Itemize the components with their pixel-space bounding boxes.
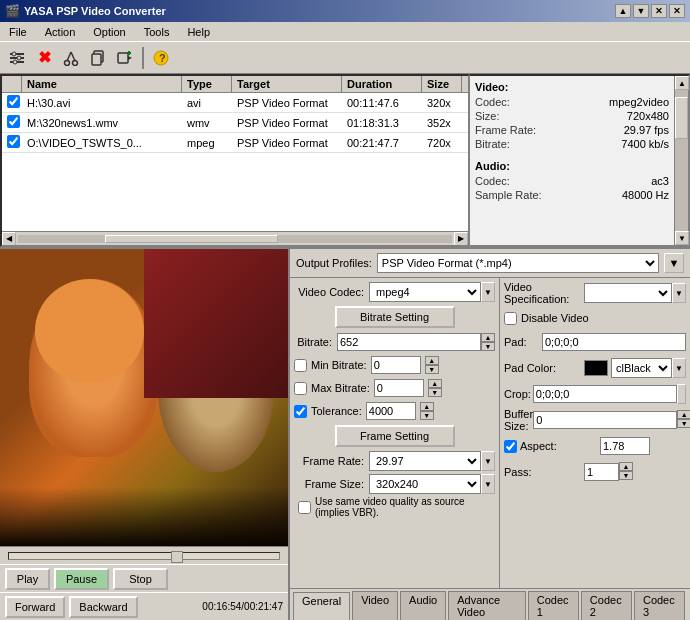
- stop-button[interactable]: Stop: [113, 568, 168, 590]
- min-bitrate-up[interactable]: ▲: [425, 356, 439, 365]
- tab-video[interactable]: Video: [352, 591, 398, 620]
- video-spec-select[interactable]: [584, 283, 672, 303]
- col-target-header[interactable]: Target: [232, 76, 342, 92]
- col-size-header[interactable]: Size: [422, 76, 462, 92]
- bitrate-up[interactable]: ▲: [481, 333, 495, 342]
- buffer-size-down[interactable]: ▼: [677, 419, 690, 428]
- menu-tools[interactable]: Tools: [140, 25, 174, 39]
- vscroll-up-button[interactable]: ▲: [675, 76, 689, 90]
- buffer-size-spinner[interactable]: ▲ ▼: [677, 410, 690, 430]
- disable-video-check[interactable]: [504, 312, 517, 325]
- video-codec-select[interactable]: mpeg4: [369, 282, 481, 302]
- tab-general[interactable]: General: [293, 592, 350, 620]
- min-bitrate-input[interactable]: [371, 356, 421, 374]
- pass-input[interactable]: [584, 463, 619, 481]
- bitrate-down[interactable]: ▼: [481, 342, 495, 351]
- menu-help[interactable]: Help: [183, 25, 214, 39]
- hscroll-thumb[interactable]: [105, 235, 279, 243]
- list-item[interactable]: M:\320news1.wmv wmv PSP Video Format 01:…: [2, 113, 468, 133]
- row3-check[interactable]: [7, 135, 20, 148]
- info-button[interactable]: ?: [149, 46, 173, 70]
- settings-button[interactable]: [5, 46, 29, 70]
- frame-rate-dropdown-btn[interactable]: ▼: [481, 451, 495, 471]
- tolerance-check[interactable]: [294, 405, 307, 418]
- tolerance-input[interactable]: [366, 402, 416, 420]
- close-button[interactable]: ✕: [651, 4, 667, 18]
- tab-audio[interactable]: Audio: [400, 591, 446, 620]
- col-duration-header[interactable]: Duration: [342, 76, 422, 92]
- forward-button[interactable]: Forward: [5, 596, 65, 618]
- pass-spinner[interactable]: ▲ ▼: [619, 462, 633, 482]
- vscroll-down-button[interactable]: ▼: [675, 231, 689, 245]
- max-bitrate-up[interactable]: ▲: [428, 379, 442, 388]
- hscroll-track[interactable]: [18, 235, 452, 243]
- col-name-header[interactable]: Name: [22, 76, 182, 92]
- crop-input[interactable]: [533, 385, 677, 403]
- max-bitrate-check[interactable]: [294, 382, 307, 395]
- horizontal-scrollbar[interactable]: ◀ ▶: [2, 231, 468, 245]
- seek-thumb[interactable]: [171, 551, 183, 563]
- play-button[interactable]: Play: [5, 568, 50, 590]
- backward-button[interactable]: Backward: [69, 596, 137, 618]
- min-bitrate-check[interactable]: [294, 359, 307, 372]
- frame-size-select[interactable]: 320x240: [369, 474, 481, 494]
- menu-action[interactable]: Action: [41, 25, 80, 39]
- cut-button[interactable]: [59, 46, 83, 70]
- row1-check[interactable]: [7, 95, 20, 108]
- list-item[interactable]: H:\30.avi avi PSP Video Format 00:11:47.…: [2, 93, 468, 113]
- frame-setting-button[interactable]: Frame Setting: [335, 425, 455, 447]
- tolerance-down[interactable]: ▼: [420, 411, 434, 420]
- min-bitrate-down[interactable]: ▼: [425, 365, 439, 374]
- aspect-check[interactable]: [504, 440, 517, 453]
- profiles-dropdown-button[interactable]: ▼: [664, 253, 684, 273]
- bitrate-spinner[interactable]: ▲ ▼: [481, 333, 495, 351]
- close-button2[interactable]: ✕: [669, 4, 685, 18]
- output-profiles-select[interactable]: PSP Video Format (*.mp4): [377, 253, 659, 273]
- frame-size-dropdown-btn[interactable]: ▼: [481, 474, 495, 494]
- delete-button[interactable]: ✖: [32, 46, 56, 70]
- tab-codec1[interactable]: Codec 1: [528, 591, 579, 620]
- vscroll-thumb[interactable]: [675, 97, 688, 139]
- tab-codec2[interactable]: Codec 2: [581, 591, 632, 620]
- pass-up[interactable]: ▲: [619, 462, 633, 471]
- buffer-size-input[interactable]: [533, 411, 677, 429]
- frame-rate-select[interactable]: 29.97: [369, 451, 481, 471]
- pad-color-select[interactable]: clBlack: [611, 358, 672, 378]
- seek-slider[interactable]: [8, 552, 280, 560]
- pad-color-dropdown-btn[interactable]: ▼: [672, 358, 686, 378]
- pad-input[interactable]: [542, 333, 686, 351]
- tab-advance-video[interactable]: Advance Video: [448, 591, 526, 620]
- max-bitrate-input[interactable]: [374, 379, 424, 397]
- codec-dropdown-btn[interactable]: ▼: [481, 282, 495, 302]
- menu-option[interactable]: Option: [89, 25, 129, 39]
- pad-color-swatch[interactable]: [584, 360, 608, 376]
- max-bitrate-spinner[interactable]: ▲ ▼: [428, 379, 442, 397]
- scroll-right-button[interactable]: ▶: [454, 232, 468, 246]
- row2-check[interactable]: [7, 115, 20, 128]
- pause-button[interactable]: Pause: [54, 568, 109, 590]
- max-bitrate-down[interactable]: ▼: [428, 388, 442, 397]
- bitrate-setting-button[interactable]: Bitrate Setting: [335, 306, 455, 328]
- tolerance-spinner[interactable]: ▲ ▼: [420, 402, 434, 420]
- info-vscrollbar[interactable]: ▲ ▼: [674, 76, 688, 245]
- copy-button[interactable]: [86, 46, 110, 70]
- tolerance-up[interactable]: ▲: [420, 402, 434, 411]
- use-quality-check[interactable]: [298, 501, 311, 514]
- video-spec-dropdown-btn[interactable]: ▼: [672, 283, 686, 303]
- tab-codec3[interactable]: Codec 3: [634, 591, 685, 620]
- min-bitrate-spinner[interactable]: ▲ ▼: [425, 356, 439, 374]
- bitrate-input[interactable]: [337, 333, 481, 351]
- buffer-size-up[interactable]: ▲: [677, 410, 690, 419]
- restore-button[interactable]: ▼: [633, 4, 649, 18]
- aspect-input[interactable]: [600, 437, 650, 455]
- vscroll-track[interactable]: [675, 90, 688, 231]
- pass-down[interactable]: ▼: [619, 471, 633, 480]
- crop-btn[interactable]: [677, 384, 686, 404]
- col-type-header[interactable]: Type: [182, 76, 232, 92]
- scroll-left-button[interactable]: ◀: [2, 232, 16, 246]
- list-item[interactable]: O:\VIDEO_TSWTS_0... mpeg PSP Video Forma…: [2, 133, 468, 153]
- menu-file[interactable]: File: [5, 25, 31, 39]
- svg-point-5: [13, 60, 17, 64]
- minimize-button[interactable]: ▲: [615, 4, 631, 18]
- add-video-button[interactable]: [113, 46, 137, 70]
